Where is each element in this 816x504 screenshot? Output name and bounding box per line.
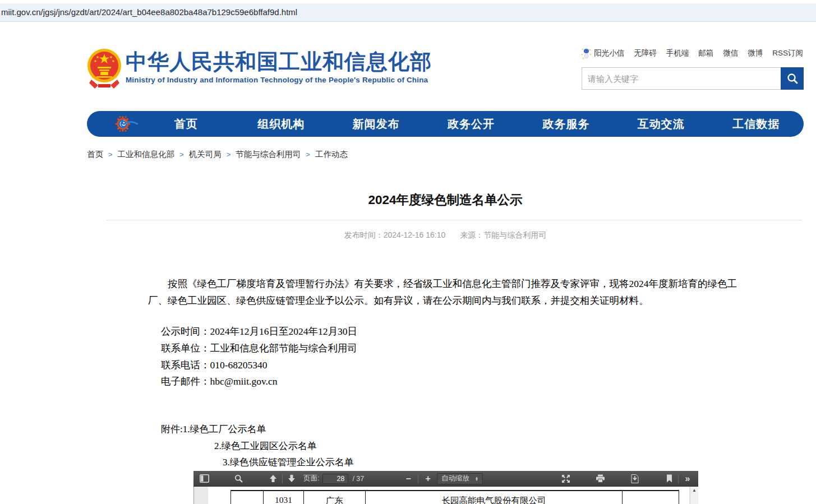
article-paragraph: 按照《绿色工厂梯度培育及管理暂行办法》有关要求，经省级工业和信息化主管部门推荐及… [148, 276, 747, 309]
publish-time: 2024-12-16 16:10 [384, 230, 446, 239]
breadcrumb-separator: > [227, 150, 231, 159]
robot-mascot-icon [581, 48, 592, 59]
article-meta: 发布时间：2024-12-16 16:10来源：节能与综合利用司 [87, 230, 804, 241]
page: miit.gov.cn/jgsj/jns/gzdt/art/2024/art_b… [0, 0, 816, 504]
bookmark-icon[interactable] [663, 473, 675, 485]
breadcrumb-separator: > [179, 150, 184, 159]
zoom-mode-select[interactable]: 自动缩放 ▲▼ [437, 473, 483, 484]
zoom-out-icon[interactable]: − [402, 473, 415, 485]
quick-link-accessibility[interactable]: 无障碍 [634, 48, 657, 58]
contact-unit-line: 联系单位：工业和信息化部节能与综合利用司 [161, 340, 357, 357]
download-icon[interactable] [629, 473, 641, 485]
breadcrumb-home[interactable]: 首页 [87, 149, 103, 160]
nav-item-interaction[interactable]: 互动交流 [614, 117, 708, 132]
breadcrumb-departments[interactable]: 机关司局 [189, 149, 222, 160]
nav-item-organization[interactable]: 组织机构 [233, 117, 328, 132]
breadcrumb-separator: > [108, 150, 113, 159]
search-button[interactable] [781, 67, 804, 90]
nav-item-data[interactable]: 工信数据 [709, 117, 804, 132]
print-icon[interactable] [594, 473, 606, 485]
quick-link-rss[interactable]: RSS订阅 [772, 48, 803, 58]
toolbar-divider [678, 474, 679, 483]
publicity-period-line: 公示时间：2024年12月16日至2024年12月30日 [161, 323, 357, 340]
breadcrumb: 首页 > 工业和信息化部 > 机关司局 > 节能与综合利用司 > 工作动态 [87, 149, 348, 160]
miit-gear-logo-icon[interactable] [115, 114, 139, 133]
pdf-table-row: 1031 广东 长园高能电气股份有限公司 [230, 490, 679, 504]
table-cell-company: 长园高能电气股份有限公司 [365, 491, 622, 504]
toolbar-divider [418, 474, 418, 483]
publish-time-label: 发布时间： [344, 230, 384, 239]
more-tools-icon[interactable]: » [681, 473, 694, 485]
source: 节能与综合利用司 [483, 230, 546, 239]
page-number-label: 页面: [303, 474, 319, 483]
quick-link-mail[interactable]: 邮箱 [698, 48, 713, 58]
next-page-icon[interactable] [285, 473, 298, 485]
select-arrows-icon: ▲▼ [475, 477, 478, 481]
pdf-scrollbar[interactable]: ▲ [690, 487, 698, 504]
pdf-toolbar: 页面: / 37 − + 自动缩放 ▲▼ [193, 471, 698, 487]
attachment-green-factory: 附件:1.绿色工厂公示名单 [161, 421, 354, 438]
nav-item-news[interactable]: 新闻发布 [329, 117, 423, 132]
quick-link-mobile[interactable]: 手机端 [666, 48, 689, 58]
national-emblem-logo [87, 48, 122, 89]
breadcrumb-miit[interactable]: 工业和信息化部 [118, 149, 175, 160]
source-label: 来源： [460, 230, 483, 239]
table-cell-blank [622, 491, 679, 504]
nav-item-gov-openness[interactable]: 政务公开 [423, 117, 518, 132]
table-cell-blank [230, 491, 263, 504]
breadcrumb-separator: > [306, 150, 310, 159]
nav-item-home[interactable]: 首页 [139, 117, 233, 132]
quick-link-sunshine[interactable]: 阳光小信 [581, 48, 624, 59]
quick-link-wechat[interactable]: 微信 [723, 48, 738, 58]
zoom-in-icon[interactable]: + [421, 473, 435, 485]
sidebar-toggle-icon[interactable] [198, 473, 210, 485]
breadcrumb-work-updates[interactable]: 工作动态 [315, 149, 348, 160]
table-cell-province: 广东 [303, 491, 365, 504]
pdf-page: 1031 广东 长园高能电气股份有限公司 [208, 487, 689, 504]
contact-email-line: 电子邮件：hbc@miit.gov.cn [161, 373, 357, 390]
pdf-viewer: 页面: / 37 − + 自动缩放 ▲▼ [193, 471, 698, 504]
search-bar [582, 67, 804, 90]
presentation-mode-icon[interactable] [560, 473, 572, 485]
attachment-green-industrial-park: 2.绿色工业园区公示名单 [161, 438, 354, 455]
quick-link-label: 阳光小信 [594, 48, 624, 58]
page-number-input[interactable] [322, 474, 348, 484]
attachment-green-supply-chain: 3.绿色供应链管理企业公示名单 [161, 454, 354, 471]
scroll-up-icon[interactable]: ▲ [690, 487, 698, 494]
contact-phone-line: 联系电话：010-68205340 [161, 357, 357, 374]
article-title: 2024年度绿色制造名单公示 [87, 191, 804, 209]
browser-address-bar[interactable]: miit.gov.cn/jgsj/jns/gzdt/art/2024/art_b… [0, 3, 816, 22]
site-title-cn: 中华人民共和国工业和信息化部 [126, 49, 432, 74]
pdf-content-area: 1031 广东 长园高能电气股份有限公司 ▲ [193, 487, 698, 504]
search-icon [786, 72, 799, 85]
quick-link-weibo[interactable]: 微博 [748, 48, 763, 58]
site-title-en: Ministry of Industry and Information Tec… [126, 76, 432, 84]
contact-info: 公示时间：2024年12月16日至2024年12月30日 联系单位：工业和信息化… [161, 323, 357, 390]
breadcrumb-energy-dept[interactable]: 节能与综合利用司 [236, 149, 301, 160]
toolbar-divider [282, 474, 283, 483]
search-input[interactable] [582, 67, 781, 90]
quick-links: 阳光小信 无障碍 手机端 邮箱 微信 微博 RSS订阅 [581, 47, 803, 59]
title-divider [107, 220, 802, 220]
page-total: / 37 [352, 475, 364, 483]
find-in-document-icon[interactable] [232, 473, 245, 485]
attachment-list: 附件:1.绿色工厂公示名单 2.绿色工业园区公示名单 3.绿色供应链管理企业公示… [161, 421, 354, 471]
main-nav: 首页 组织机构 新闻发布 政务公开 政务服务 互动交流 工信数据 [87, 111, 804, 137]
zoom-mode-value: 自动缩放 [441, 474, 469, 483]
table-cell-number: 1031 [263, 491, 303, 504]
previous-page-icon[interactable] [267, 473, 279, 485]
nav-item-gov-services[interactable]: 政务服务 [519, 117, 614, 132]
